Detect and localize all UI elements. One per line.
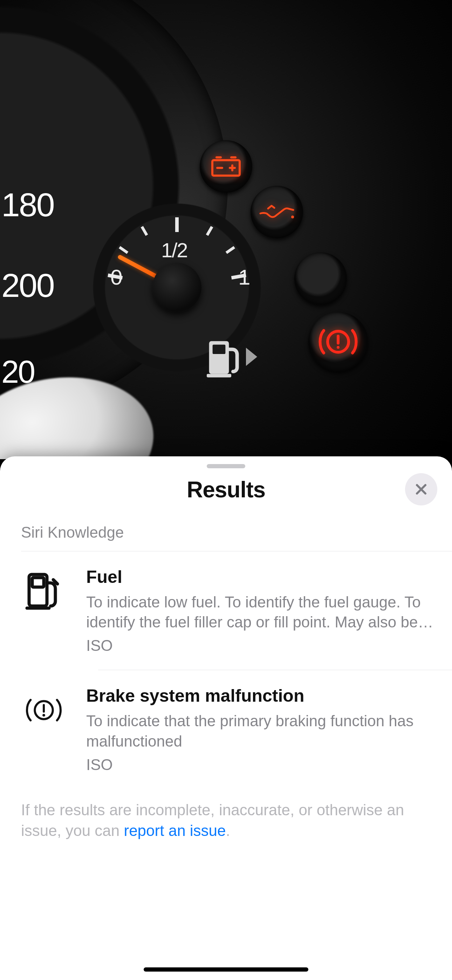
section-label: Siri Knowledge bbox=[0, 523, 452, 551]
dashboard-photo: 180 200 20 0 1/2 1 bbox=[0, 0, 452, 459]
fuel-side-arrow-icon bbox=[246, 348, 257, 366]
svg-point-12 bbox=[337, 346, 339, 349]
sheet-title: Results bbox=[0, 477, 452, 503]
result-description: To indicate low fuel. To identify the fu… bbox=[86, 592, 434, 632]
sheet-grabber[interactable] bbox=[207, 464, 245, 468]
oil-warning-light bbox=[250, 186, 303, 238]
footer-note: If the results are incomplete, inaccurat… bbox=[0, 789, 452, 841]
blank-indicator bbox=[294, 252, 347, 305]
result-description: To indicate that the primary braking fun… bbox=[86, 711, 434, 751]
footer-text: . bbox=[226, 822, 230, 839]
close-icon bbox=[414, 482, 429, 497]
home-indicator[interactable] bbox=[144, 967, 308, 972]
svg-rect-16 bbox=[32, 578, 44, 587]
brake-warning-icon bbox=[21, 686, 67, 731]
svg-rect-2 bbox=[207, 374, 231, 377]
svg-rect-1 bbox=[213, 345, 226, 354]
speedo-number: 180 bbox=[2, 186, 54, 224]
battery-warning-light bbox=[200, 140, 252, 193]
result-title: Brake system malfunction bbox=[86, 686, 434, 706]
fuel-label: 0 bbox=[110, 265, 122, 290]
result-title: Fuel bbox=[86, 567, 434, 587]
fuel-label: 1 bbox=[238, 265, 250, 290]
results-sheet[interactable]: Results Siri Knowledge Fuel To indicate … bbox=[0, 457, 452, 980]
brake-warning-light bbox=[308, 312, 368, 372]
result-item[interactable]: Fuel To indicate low fuel. To identify t… bbox=[0, 551, 452, 670]
report-issue-link[interactable]: report an issue bbox=[124, 822, 226, 839]
svg-point-9 bbox=[291, 216, 294, 218]
fuel-pump-icon bbox=[21, 567, 67, 612]
svg-point-20 bbox=[42, 714, 45, 717]
speedo-number: 200 bbox=[2, 266, 54, 305]
result-item[interactable]: Brake system malfunction To indicate tha… bbox=[0, 670, 452, 789]
result-source: ISO bbox=[86, 637, 434, 654]
result-source: ISO bbox=[86, 756, 434, 773]
fuel-label: 1/2 bbox=[161, 238, 188, 262]
fuel-pump-icon bbox=[205, 336, 244, 379]
close-button[interactable] bbox=[405, 473, 437, 506]
